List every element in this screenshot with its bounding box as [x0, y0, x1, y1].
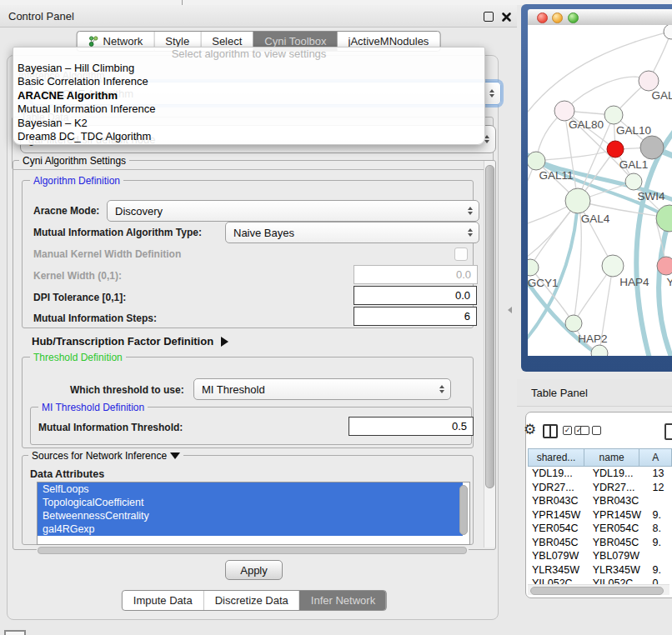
dropdown-item[interactable]: ARACNE Algorithm — [13, 89, 484, 103]
network-node-label: HAP4 — [619, 276, 649, 288]
list-hscrollbar[interactable] — [37, 546, 469, 553]
network-node[interactable] — [664, 25, 672, 39]
table-header-row[interactable]: shared...nameA — [528, 448, 672, 467]
sources-group-title[interactable]: Sources for Network Inference — [28, 450, 183, 462]
attribute-list-item[interactable]: SelfLoops — [38, 482, 463, 496]
hub-definition-label: Hub/Transcription Factor Definition — [32, 335, 213, 348]
table-row[interactable]: YBR045CYBR045C9. — [528, 536, 672, 550]
dropdown-item[interactable]: Dream8 DC_TDC Algorithm — [13, 130, 484, 144]
hub-definition-expander[interactable]: Hub/Transcription Factor Definition — [32, 335, 228, 348]
tab-discretize-data[interactable]: Discretize Data — [203, 591, 299, 610]
data-attributes-list[interactable]: SelfLoopsTopologicalCoefficientBetweenne… — [37, 482, 470, 545]
network-edge[interactable] — [536, 149, 615, 161]
network-node-swi4[interactable] — [625, 173, 642, 190]
network-window-titlebar[interactable] — [528, 9, 672, 26]
dropdown-item[interactable]: Mutual Information Inference — [13, 102, 484, 117]
dpi-tolerance-field[interactable]: 0.0 — [354, 286, 477, 305]
new-column-icon[interactable] — [664, 423, 672, 440]
kernel-width-field[interactable]: 0.0 — [354, 265, 478, 284]
table-cell — [649, 549, 672, 563]
attribute-list-item[interactable]: BetweennessCentrality — [38, 509, 463, 522]
manual-kernel-width-checkbox[interactable] — [454, 248, 468, 261]
tab-label: Network — [103, 35, 143, 48]
network-node[interactable] — [640, 136, 664, 159]
mutual-information-threshold-field[interactable]: 0.5 — [349, 417, 474, 436]
list-hscrollbar-thumb[interactable] — [38, 547, 467, 554]
table-cell: 13 — [649, 467, 672, 481]
network-node-hap4[interactable] — [602, 255, 624, 277]
table-column-header[interactable]: shared... — [528, 448, 584, 467]
table-column-header[interactable]: name — [584, 448, 639, 467]
network-node[interactable] — [591, 345, 608, 356]
columns-icon[interactable] — [543, 424, 558, 438]
table-hscrollbar[interactable] — [528, 584, 669, 595]
gear-icon[interactable]: ⚙ — [524, 422, 536, 437]
mi-algorithm-type-label: Mutual Information Algorithm Type: — [33, 227, 202, 238]
network-node-gal10[interactable] — [604, 106, 623, 124]
network-node-gal4[interactable] — [565, 188, 590, 213]
dropdown-item[interactable]: Bayesian – K2 — [13, 117, 484, 131]
dropdown-item[interactable]: Bayesian – Hill Climbing — [13, 62, 484, 76]
network-node-label: GAL11 — [539, 169, 573, 182]
sources-title-text: Sources for Network Inference — [32, 450, 167, 462]
tab-label: Cyni Toolbox — [264, 35, 326, 48]
table-hscrollbar-thumb[interactable] — [530, 587, 664, 595]
dpi-tolerance-value: 0.0 — [455, 289, 470, 302]
network-node-gal1[interactable] — [607, 141, 624, 158]
table-row[interactable]: YLR345WYLR345W9. — [528, 563, 672, 578]
network-node-gal11[interactable] — [528, 152, 545, 170]
network-node-label: GAL — [651, 89, 672, 102]
table-cell: YBR043C — [528, 494, 589, 508]
network-node-label: GAL10 — [616, 124, 651, 137]
close-traffic-light-icon[interactable] — [537, 12, 548, 23]
table-cell: YBR045C — [589, 536, 649, 550]
dropdown-placeholder: Select algorithm to view settings — [13, 48, 484, 62]
zoom-traffic-light-icon[interactable] — [568, 12, 579, 23]
table-rows[interactable]: YDL19...YDL19...13YDR27...YDR27...12YBR0… — [528, 467, 672, 584]
network-edge[interactable] — [564, 77, 649, 111]
table-row[interactable]: YPR145WYPR145W9. — [528, 508, 672, 522]
table-row[interactable]: YBL079WYBL079W — [528, 549, 672, 563]
table-column-header[interactable]: A — [639, 448, 672, 467]
apply-button[interactable]: Apply — [225, 560, 283, 580]
deselect-all-icon[interactable] — [580, 426, 601, 435]
attribute-list-item[interactable]: TopologicalCoefficient — [38, 496, 463, 509]
mi-algorithm-type-combobox[interactable]: Naive Bayes — [225, 222, 479, 243]
network-view-canvas[interactable]: GALGAL80GAL10GAL1GAL11SWI4GAL4GCY1HAP4YH… — [528, 25, 672, 356]
table-cell: 0. — [649, 577, 672, 584]
minimize-traffic-light-icon[interactable] — [552, 12, 563, 23]
aracne-mode-label: Aracne Mode: — [33, 205, 99, 217]
mutual-information-threshold-label: Mutual Information Threshold: — [38, 422, 183, 433]
float-window-icon[interactable] — [484, 12, 494, 22]
table-cell — [649, 494, 672, 508]
table-row[interactable]: YDL19...YDL19...13 — [528, 467, 672, 481]
table-row[interactable]: YER054CYER054C8. — [528, 522, 672, 536]
dropdown-item-list: Bayesian – Hill ClimbingBasic Correlatio… — [13, 62, 484, 144]
table-row[interactable]: YIL052CYIL052C0. — [528, 577, 672, 584]
network-graph[interactable]: GALGAL80GAL10GAL1GAL11SWI4GAL4GCY1HAP4YH… — [528, 25, 672, 356]
settings-scrollbar-thumb[interactable] — [485, 165, 494, 488]
application-window: Control Panel NetworkStyleSelectCyni Too… — [0, 0, 672, 635]
table-cell: YBR043C — [589, 494, 649, 508]
which-threshold-combobox[interactable]: MI Threshold — [193, 378, 451, 400]
mi-steps-field[interactable]: 6 — [354, 307, 477, 326]
aracne-mode-combobox[interactable]: Discovery — [107, 200, 479, 222]
table-row[interactable]: YDR27...YDR27...12 — [528, 481, 672, 495]
list-scrollbar-thumb[interactable] — [459, 485, 468, 535]
dropdown-item[interactable]: Basic Correlation Inference — [13, 75, 484, 89]
tab-impute-data[interactable]: Impute Data — [123, 591, 203, 610]
table-row[interactable]: YBR043CYBR043C — [528, 494, 672, 508]
network-node-gcy1[interactable] — [528, 259, 539, 276]
network-node-gal[interactable] — [639, 71, 659, 91]
tab-infer-network[interactable]: Infer Network — [299, 591, 386, 610]
control-panel-titlebar: Control Panel — [0, 5, 517, 28]
splitter-collapse-icon[interactable] — [508, 307, 512, 313]
network-node-hap2[interactable] — [565, 315, 582, 332]
tab-label: Infer Network — [311, 594, 375, 607]
table-cell: YIL052C — [528, 577, 589, 584]
network-node-label: GAL1 — [619, 158, 649, 171]
close-icon[interactable] — [501, 11, 512, 22]
network-node-y[interactable] — [657, 257, 672, 275]
attribute-list-item[interactable]: gal4RGexp — [38, 522, 463, 536]
docked-panel-icon[interactable] — [4, 630, 26, 635]
